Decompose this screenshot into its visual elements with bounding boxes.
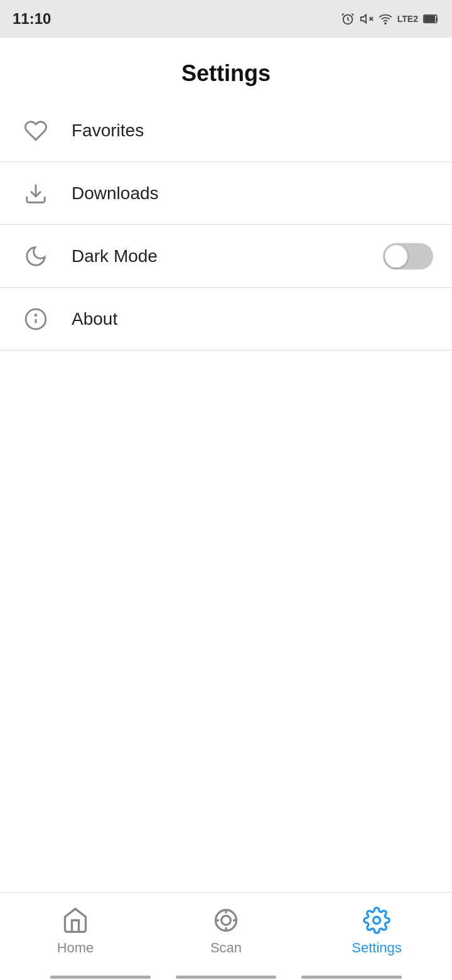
page-content: Settings Favorites Downloads — [0, 38, 452, 892]
nav-item-settings[interactable]: Settings — [320, 905, 433, 956]
signal-label: LTE2 — [397, 14, 418, 24]
page-title: Settings — [0, 38, 452, 99]
downloads-label: Downloads — [72, 183, 159, 204]
heart-icon — [19, 114, 53, 148]
svg-point-17 — [374, 917, 380, 923]
settings-nav-label: Settings — [352, 940, 402, 956]
home-icon — [60, 905, 91, 936]
gesture-indicators — [0, 974, 452, 980]
settings-item-about[interactable]: About — [0, 288, 452, 351]
dark-mode-toggle-control[interactable] — [383, 243, 433, 270]
gesture-bar-2 — [176, 976, 276, 979]
settings-item-dark-mode[interactable]: Dark Mode — [0, 225, 452, 288]
mute-icon — [360, 12, 374, 26]
nav-item-scan[interactable]: Scan — [170, 905, 282, 956]
info-icon — [19, 302, 53, 336]
scan-icon — [210, 905, 242, 936]
status-icons: LTE2 — [341, 12, 439, 26]
wifi-icon — [379, 12, 392, 26]
svg-marker-1 — [361, 15, 366, 23]
svg-point-12 — [222, 915, 231, 925]
settings-item-favorites[interactable]: Favorites — [0, 99, 452, 162]
scan-nav-label: Scan — [210, 940, 242, 956]
download-icon — [19, 177, 53, 210]
battery-icon — [423, 12, 439, 26]
status-time: 11:10 — [13, 10, 51, 28]
settings-icon — [361, 905, 392, 936]
home-nav-label: Home — [57, 940, 94, 956]
dark-mode-label: Dark Mode — [72, 246, 158, 266]
settings-list: Favorites Downloads Dark Mode — [0, 99, 452, 892]
moon-icon — [19, 239, 53, 273]
gesture-bar-3 — [301, 976, 402, 979]
alarm-icon — [341, 12, 355, 26]
bottom-navigation: Home Scan Settings — [0, 892, 452, 974]
time-display: 11:10 — [13, 10, 51, 28]
gesture-bar-1 — [50, 976, 151, 979]
settings-item-downloads[interactable]: Downloads — [0, 162, 452, 225]
svg-rect-6 — [425, 16, 435, 22]
nav-item-home[interactable]: Home — [19, 905, 132, 956]
dark-mode-toggle[interactable] — [383, 243, 433, 270]
svg-point-4 — [385, 23, 386, 24]
favorites-label: Favorites — [72, 121, 144, 141]
status-bar: 11:10 LTE2 — [0, 0, 452, 38]
about-label: About — [72, 309, 117, 329]
